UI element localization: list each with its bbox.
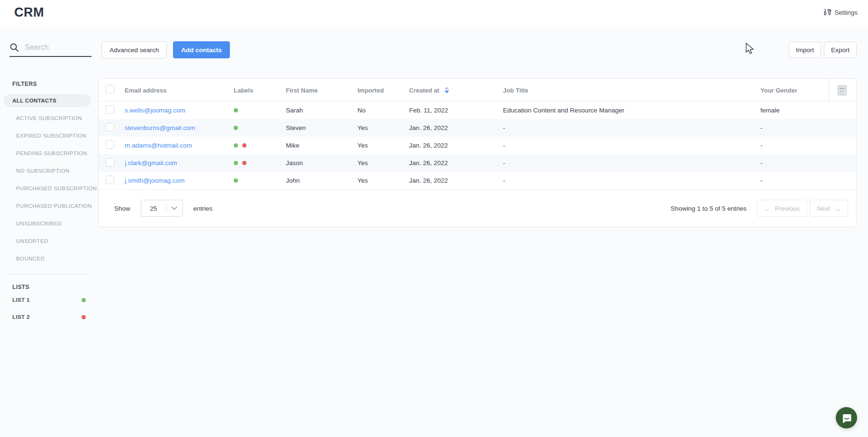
column-header-labels[interactable]: Labels [234,87,286,94]
created-at-cell: Jan. 26, 2022 [409,142,503,149]
gender-cell: - [760,142,829,149]
sort-icon[interactable] [444,87,449,93]
imported-cell: Yes [357,142,409,149]
import-button[interactable]: Import [789,42,821,58]
search-box[interactable] [9,43,91,57]
job-title-cell: - [503,177,760,184]
labels-cell [234,161,286,165]
table-row[interactable]: stevenburns@gmail.com Steven Yes Jan. 26… [99,119,856,137]
sidebar-item-no-subscription[interactable]: NO SUBSCRIPTION [4,164,91,177]
tools-settings-icon [823,9,831,17]
imported-cell: No [357,107,409,114]
imported-cell: Yes [357,159,409,167]
labels-cell [234,143,286,148]
list-2-label: LIST 2 [12,314,30,320]
search-row [0,41,98,59]
contact-email-link[interactable]: s.wells@joomag.com [125,107,185,114]
filters-heading: FILTERS [12,81,98,87]
contact-email-link[interactable]: j.smith@joomag.com [125,177,184,184]
created-at-cell: Jan. 26, 2022 [409,159,503,167]
pagination-summary: Showing 1 to 5 of 5 entries [671,205,747,212]
sidebar-item-purchased-subscription[interactable]: PURCHASED SUBSCRIPTION [4,182,91,195]
list-2-dot [82,315,86,319]
sidebar-item-list-1[interactable]: LIST 1 [12,297,86,303]
column-settings-button[interactable] [829,79,855,102]
select-all-checkbox[interactable] [106,85,114,93]
imported-cell: Yes [357,177,409,184]
first-name-cell: Mike [286,142,357,149]
sidebar: FILTERS ALL CONTACTS ACTIVE SUBSCRIPTION… [0,59,98,320]
previous-page-button[interactable]: ← Previous [757,200,807,217]
created-at-cell: Jan. 26, 2022 [409,177,503,184]
add-contacts-button[interactable]: Add contacts [173,41,230,58]
settings-button[interactable]: Settings [823,9,858,17]
sidebar-item-pending-subscription[interactable]: PENDING SUBSCRIPTION [4,147,91,160]
green-label-dot [234,108,238,112]
contact-email-link[interactable]: j.clark@gmail.com [125,159,177,167]
labels-cell [234,178,286,183]
sidebar-item-active-subscription[interactable]: ACTIVE SUBSCRIPTION [4,112,91,125]
list-1-label: LIST 1 [12,297,30,303]
table-row[interactable]: j.clark@gmail.com Jason Yes Jan. 26, 202… [99,154,856,172]
column-header-first-name[interactable]: First Name [286,87,357,94]
lists-heading: LISTS [12,284,98,290]
column-header-imported[interactable]: Imported [357,87,409,94]
green-label-dot [234,178,238,183]
settings-label: Settings [834,9,858,16]
job-title-cell: - [503,159,760,167]
sidebar-item-expired-subscription[interactable]: EXPIRED SUBSCRIPTION [4,129,91,142]
row-checkbox[interactable] [106,123,114,131]
row-checkbox[interactable] [106,140,114,149]
chat-bubble-icon [841,412,852,424]
contact-email-link[interactable]: m.adams@hotmail.com [125,142,192,149]
column-header-gender[interactable]: Your Gender [760,87,829,94]
chevron-down-icon [171,206,177,210]
table-footer: Show 25 entries Showing 1 to 5 of 5 entr… [99,189,856,227]
created-at-cell: Feb. 11, 2022 [409,107,503,114]
list-1-dot [82,298,86,302]
row-checkbox[interactable] [106,105,114,114]
page-size-select[interactable]: 25 [141,200,183,217]
gender-cell: female [760,107,829,114]
first-name-cell: Steven [286,124,357,131]
table-row[interactable]: j.smith@joomag.com John Yes Jan. 26, 202… [99,172,856,189]
export-button[interactable]: Export [824,42,857,58]
sidebar-item-list-2[interactable]: LIST 2 [12,314,86,320]
sidebar-divider [6,274,91,274]
top-header: CRM Settings [0,0,868,25]
main-column: Advanced search Add contacts Import Expo… [98,25,868,331]
show-label: Show [114,205,130,212]
chat-launcher-button[interactable] [836,407,857,428]
green-label-dot [234,126,238,130]
actions-toolbar: Advanced search Add contacts Import Expo… [98,41,857,59]
first-name-cell: John [286,177,357,184]
app-logo: CRM [14,5,44,20]
gender-cell: - [760,159,829,167]
column-header-email[interactable]: Email address [125,87,234,94]
sidebar-item-bounced[interactable]: BOUNCED [4,252,91,265]
sidebar-item-unsubscribed[interactable]: UNSUBSCRIBED [4,217,91,230]
table-header-row: Email address Labels First Name Imported… [99,79,856,102]
red-label-dot [242,161,247,165]
contacts-table-card: Email address Labels First Name Imported… [98,78,857,227]
columns-icon [838,85,847,95]
search-icon [9,43,19,52]
row-checkbox[interactable] [106,158,114,167]
row-checkbox[interactable] [106,176,114,184]
next-page-button[interactable]: Next → [810,200,848,217]
sidebar-item-all-contacts[interactable]: ALL CONTACTS [4,94,91,107]
sidebar-item-unsorted[interactable]: UNSORTED [4,234,91,248]
labels-cell [234,108,286,112]
table-row[interactable]: s.wells@joomag.com Sarah No Feb. 11, 202… [99,102,856,119]
sidebar-item-purchased-publication[interactable]: PURCHASED PUBLICATION [4,199,91,213]
search-input[interactable] [25,43,86,52]
gender-cell: - [760,124,829,131]
column-header-job-title[interactable]: Job Title [503,87,760,94]
imported-cell: Yes [357,124,409,131]
table-row[interactable]: m.adams@hotmail.com Mike Yes Jan. 26, 20… [99,137,856,154]
advanced-search-button[interactable]: Advanced search [101,41,167,58]
column-header-created-at[interactable]: Created at [409,87,503,94]
prev-arrow-icon: ← [764,205,771,212]
green-label-dot [234,143,238,148]
contact-email-link[interactable]: stevenburns@gmail.com [125,124,195,131]
